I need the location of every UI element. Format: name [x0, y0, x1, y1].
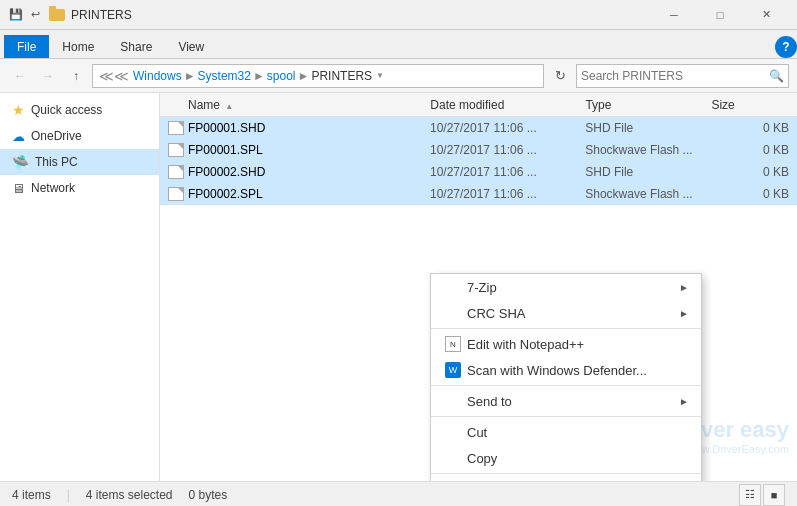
file-list: Name ▲ Date modified Type Size FP00001.S… — [160, 93, 797, 481]
table-row[interactable]: FP00002.SHD 10/27/2017 11:06 ... SHD Fil… — [160, 161, 797, 183]
forward-button[interactable]: → — [36, 64, 60, 88]
close-button[interactable]: ✕ — [743, 0, 789, 30]
breadcrumb[interactable]: ≪≪ Windows ► System32 ► spool ► PRINTERS… — [92, 64, 544, 88]
search-input[interactable] — [581, 69, 769, 83]
ctx-icon-crcsha — [443, 303, 463, 323]
file-date: 10/27/2017 11:06 ... — [430, 187, 585, 201]
ctx-item-cut[interactable]: Cut — [431, 419, 701, 445]
sidebar-item-quick-access[interactable]: ★ Quick access — [0, 97, 159, 123]
tab-file[interactable]: File — [4, 35, 49, 58]
ctx-item-sendto[interactable]: Send to ► — [431, 388, 701, 414]
ctx-arrow-sendto: ► — [679, 396, 689, 407]
title-bar-icon-save: 💾 — [8, 7, 24, 23]
breadcrumb-arrow: ▼ — [376, 71, 384, 80]
breadcrumb-current: PRINTERS — [311, 69, 372, 83]
file-icon — [168, 143, 184, 157]
file-size: 0 KB — [711, 187, 789, 201]
tab-view[interactable]: View — [165, 35, 217, 58]
ctx-icon-shortcut — [443, 479, 463, 481]
file-date: 10/27/2017 11:06 ... — [430, 165, 585, 179]
sidebar-label-onedrive: OneDrive — [31, 129, 82, 143]
ctx-icon-7zip — [443, 277, 463, 297]
search-icon: 🔍 — [769, 69, 784, 83]
address-bar: ← → ↑ ≪≪ Windows ► System32 ► spool ► PR… — [0, 59, 797, 93]
file-icon — [168, 165, 184, 179]
ribbon-tabs: File Home Share View ? — [0, 30, 797, 58]
ctx-label-cut: Cut — [467, 425, 689, 440]
file-icon — [168, 121, 184, 135]
window-title: PRINTERS — [71, 8, 132, 22]
up-button[interactable]: ↑ — [64, 64, 88, 88]
cloud-icon: ☁ — [12, 129, 25, 144]
ctx-icon-copy — [443, 448, 463, 468]
file-list-header: Name ▲ Date modified Type Size — [160, 93, 797, 117]
file-name: FP00001.SHD — [188, 121, 265, 135]
file-icon — [168, 187, 184, 201]
table-row[interactable]: FP00002.SPL 10/27/2017 11:06 ... Shockwa… — [160, 183, 797, 205]
maximize-button[interactable]: □ — [697, 0, 743, 30]
ctx-separator-1 — [431, 328, 701, 329]
file-size: 0 KB — [711, 143, 789, 157]
star-icon: ★ — [12, 102, 25, 118]
refresh-button[interactable]: ↻ — [548, 64, 572, 88]
defender-icon: W — [443, 360, 463, 380]
col-header-type[interactable]: Type — [585, 98, 711, 112]
file-name: FP00002.SHD — [188, 165, 265, 179]
breadcrumb-spool[interactable]: spool — [267, 69, 296, 83]
table-row[interactable]: FP00001.SPL 10/27/2017 11:06 ... Shockwa… — [160, 139, 797, 161]
tab-share[interactable]: Share — [107, 35, 165, 58]
file-type: Shockwave Flash ... — [585, 143, 711, 157]
view-large-icon-button[interactable]: ■ — [763, 484, 785, 506]
ctx-item-create-shortcut[interactable]: Create shortcut — [431, 476, 701, 481]
ctx-separator-3 — [431, 416, 701, 417]
help-button[interactable]: ? — [775, 36, 797, 58]
status-size-info: 0 bytes — [189, 488, 228, 502]
ctx-item-crcsha[interactable]: CRC SHA ► — [431, 300, 701, 326]
ribbon: File Home Share View ? — [0, 30, 797, 59]
ctx-item-copy[interactable]: Copy — [431, 445, 701, 471]
ctx-label-copy: Copy — [467, 451, 689, 466]
search-bar[interactable]: 🔍 — [576, 64, 789, 88]
ctx-label-7zip: 7-Zip — [467, 280, 679, 295]
ctx-separator-2 — [431, 385, 701, 386]
tab-home[interactable]: Home — [49, 35, 107, 58]
status-item-count: 4 items — [12, 488, 51, 502]
file-date: 10/27/2017 11:06 ... — [430, 143, 585, 157]
ctx-arrow-crcsha: ► — [679, 308, 689, 319]
view-icons: ☷ ■ — [739, 484, 785, 506]
breadcrumb-system32[interactable]: System32 — [198, 69, 251, 83]
sidebar-item-network[interactable]: 🖥 Network — [0, 175, 159, 201]
ctx-label-notepad: Edit with Notepad++ — [467, 337, 689, 352]
col-header-size[interactable]: Size — [711, 98, 789, 112]
sidebar-label-network: Network — [31, 181, 75, 195]
file-type: SHD File — [585, 165, 711, 179]
ctx-label-crcsha: CRC SHA — [467, 306, 679, 321]
file-type: SHD File — [585, 121, 711, 135]
file-size: 0 KB — [711, 165, 789, 179]
file-name: FP00002.SPL — [188, 187, 263, 201]
ctx-item-notepad[interactable]: N Edit with Notepad++ — [431, 331, 701, 357]
ctx-item-defender[interactable]: W Scan with Windows Defender... — [431, 357, 701, 383]
back-button[interactable]: ← — [8, 64, 32, 88]
col-header-date[interactable]: Date modified — [430, 98, 585, 112]
view-details-button[interactable]: ☷ — [739, 484, 761, 506]
file-type: Shockwave Flash ... — [585, 187, 711, 201]
file-size: 0 KB — [711, 121, 789, 135]
col-header-name[interactable]: Name ▲ — [168, 98, 430, 112]
sidebar-item-onedrive[interactable]: ☁ OneDrive — [0, 123, 159, 149]
status-bar: 4 items | 4 items selected 0 bytes ☷ ■ — [0, 481, 797, 506]
sidebar-item-this-pc[interactable]: 🛸 This PC — [0, 149, 159, 175]
notepad-icon: N — [443, 334, 463, 354]
breadcrumb-windows[interactable]: Windows — [133, 69, 182, 83]
minimize-button[interactable]: ─ — [651, 0, 697, 30]
file-date: 10/27/2017 11:06 ... — [430, 121, 585, 135]
sidebar: ★ Quick access ☁ OneDrive 🛸 This PC 🖥 Ne… — [0, 93, 160, 481]
ctx-label-defender: Scan with Windows Defender... — [467, 363, 689, 378]
table-row[interactable]: FP00001.SHD 10/27/2017 11:06 ... SHD Fil… — [160, 117, 797, 139]
sidebar-label-this-pc: This PC — [35, 155, 78, 169]
file-name: FP00001.SPL — [188, 143, 263, 157]
network-icon: 🖥 — [12, 181, 25, 196]
ctx-item-7zip[interactable]: 7-Zip ► — [431, 274, 701, 300]
pc-icon: 🛸 — [12, 154, 29, 170]
sort-arrow: ▲ — [225, 102, 233, 111]
